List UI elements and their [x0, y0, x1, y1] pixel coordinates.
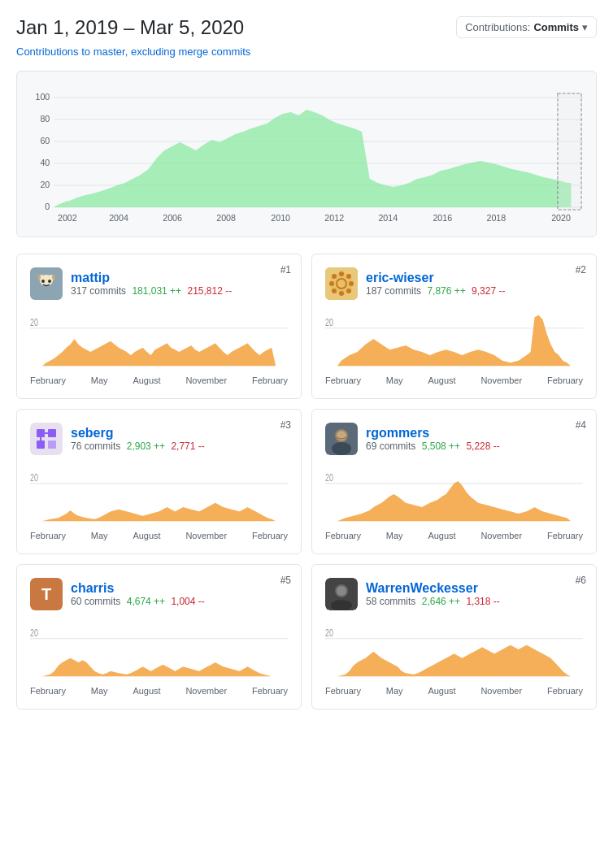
contributor-name-3[interactable]: seberg: [71, 426, 205, 441]
contributor-info-1: mattip 317 commits 181,031 ++ 215,812 --: [71, 271, 232, 297]
label-may-6: May: [386, 686, 403, 696]
avatar-image-4: [325, 423, 358, 455]
mini-chart-6: 20 February May August November February: [325, 617, 583, 696]
deletions-3: 2,771 --: [171, 441, 204, 452]
svg-point-41: [346, 274, 351, 279]
svg-rect-49: [37, 441, 45, 449]
svg-point-36: [339, 271, 344, 276]
main-chart-svg: 100 80 60 40 20 0 2002 2004 2006 2008 20…: [30, 81, 583, 228]
label-feb2-6: February: [547, 686, 583, 696]
svg-text:60: 60: [40, 136, 50, 145]
contributor-stats-3: 76 commits 2,903 ++ 2,771 --: [71, 441, 205, 452]
contributor-name-2[interactable]: eric-wieser: [366, 271, 505, 285]
avatar-4: [325, 423, 358, 455]
contributor-name-6[interactable]: WarrenWeckesser: [366, 581, 500, 596]
rank-2: #2: [576, 264, 586, 276]
svg-text:80: 80: [40, 114, 50, 124]
svg-text:0: 0: [45, 202, 50, 211]
avatar-image-2: [325, 267, 358, 300]
deletions-1: 215,812 --: [187, 285, 232, 297]
svg-text:2008: 2008: [216, 213, 236, 223]
contributor-name-5[interactable]: charris: [71, 581, 205, 596]
mini-chart-4: 20 February May August November February: [325, 462, 583, 540]
deletions-4: 5,228 --: [466, 441, 499, 452]
subtitle: Contributions to master, excluding merge…: [16, 46, 597, 58]
svg-text:2006: 2006: [163, 213, 182, 223]
svg-point-39: [349, 281, 354, 286]
mini-chart-3: 20 February May August November February: [30, 462, 288, 540]
svg-text:2016: 2016: [433, 213, 452, 223]
label-may-4: May: [386, 531, 403, 540]
chart-labels-1: February May August November February: [30, 375, 288, 385]
svg-text:20: 20: [30, 317, 38, 328]
svg-text:2020: 2020: [551, 213, 571, 223]
contributor-card-3: seberg 76 commits 2,903 ++ 2,771 -- #3 2…: [16, 409, 302, 554]
dropdown-value: Commits: [533, 21, 579, 33]
contributor-info-6: WarrenWeckesser 58 commits 2,646 ++ 1,31…: [366, 581, 500, 607]
contributions-dropdown[interactable]: Contributions: Commits ▾: [456, 16, 597, 38]
additions-5: 4,674 ++: [127, 596, 165, 607]
label-nov-3: November: [185, 531, 227, 540]
additions-2: 7,876 ++: [427, 285, 465, 297]
label-may-2: May: [386, 375, 403, 385]
svg-text:2002: 2002: [58, 213, 77, 223]
svg-text:20: 20: [325, 317, 333, 328]
label-aug-1: August: [133, 375, 160, 385]
contributor-info-2: eric-wieser 187 commits 7,876 ++ 9,327 -…: [366, 271, 505, 297]
rank-4: #4: [576, 419, 586, 431]
contributor-stats-1: 317 commits 181,031 ++ 215,812 --: [71, 285, 232, 297]
commits-4: 69 commits: [366, 441, 415, 452]
label-aug-6: August: [428, 686, 455, 696]
contributor-header-4: rgommers 69 commits 5,508 ++ 5,228 --: [325, 423, 583, 455]
svg-point-38: [329, 281, 334, 286]
label-may-5: May: [91, 686, 108, 696]
commits-2: 187 commits: [366, 285, 421, 297]
rank-1: #1: [280, 264, 291, 276]
page-header: Jan 1, 2019 – Mar 5, 2020 Contributions:…: [16, 16, 597, 39]
contributor-info-5: charris 60 commits 4,674 ++ 1,004 --: [71, 581, 205, 607]
contributor-header-3: seberg 76 commits 2,903 ++ 2,771 --: [30, 423, 288, 455]
rank-3: #3: [280, 419, 291, 431]
commits-1: 317 commits: [71, 285, 126, 297]
svg-text:20: 20: [40, 180, 50, 189]
svg-point-30: [52, 275, 55, 280]
svg-rect-48: [48, 429, 56, 437]
contributor-header-1: mattip 317 commits 181,031 ++ 215,812 --: [30, 267, 288, 300]
chart-labels-6: February May August November February: [325, 686, 583, 696]
contributor-info-3: seberg 76 commits 2,903 ++ 2,771 --: [71, 426, 205, 452]
contributor-name-4[interactable]: rgommers: [366, 426, 500, 441]
contributor-info-4: rgommers 69 commits 5,508 ++ 5,228 --: [366, 426, 500, 452]
commits-5: 60 commits: [71, 596, 120, 607]
avatar-1: [30, 267, 63, 300]
chevron-down-icon: ▾: [582, 21, 588, 33]
svg-text:20: 20: [325, 627, 333, 639]
commits-3: 76 commits: [71, 441, 120, 452]
label-feb2-5: February: [252, 686, 288, 696]
label-nov-6: November: [480, 686, 522, 696]
svg-point-28: [48, 280, 51, 283]
label-may-1: May: [91, 375, 108, 385]
svg-point-43: [346, 289, 351, 293]
mini-chart-5: 20 February May August November February: [30, 617, 288, 696]
svg-point-29: [37, 275, 41, 280]
svg-text:2012: 2012: [324, 213, 344, 223]
contributor-name-1[interactable]: mattip: [71, 271, 232, 285]
deletions-5: 1,004 --: [171, 596, 204, 607]
label-feb-3: February: [30, 531, 66, 540]
contributor-header-2: eric-wieser 187 commits 7,876 ++ 9,327 -…: [325, 267, 583, 300]
avatar-image-6: [325, 578, 358, 610]
chart-labels-3: February May August November February: [30, 531, 288, 540]
label-feb2-2: February: [547, 375, 583, 385]
deletions-6: 1,318 --: [466, 596, 499, 607]
label-aug-5: August: [133, 686, 160, 696]
label-may-3: May: [91, 531, 108, 540]
svg-point-37: [339, 291, 344, 296]
contributor-stats-5: 60 commits 4,674 ++ 1,004 --: [71, 596, 205, 607]
contributor-header-5: T charris 60 commits 4,674 ++ 1,004 --: [30, 578, 288, 610]
rank-6: #6: [576, 575, 586, 586]
avatar-image-5: T: [30, 578, 63, 610]
contributor-card-5: T charris 60 commits 4,674 ++ 1,004 -- #…: [16, 564, 302, 710]
label-feb-4: February: [325, 531, 361, 540]
rank-5: #5: [280, 575, 291, 586]
svg-rect-46: [30, 423, 63, 455]
